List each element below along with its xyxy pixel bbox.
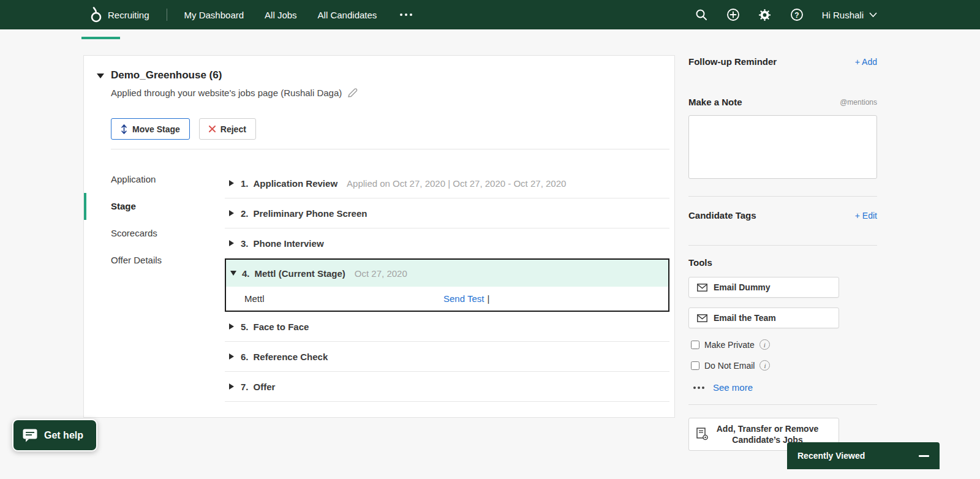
do-not-email-checkbox[interactable]: [691, 361, 699, 370]
email-team-button[interactable]: Email the Team: [688, 307, 839, 328]
test-name: Mettl: [244, 293, 265, 304]
top-nav: Recruiting My Dashboard All Jobs All Can…: [0, 0, 980, 29]
send-test-link[interactable]: Send Test: [443, 293, 484, 304]
chevron-right-icon: [229, 383, 234, 390]
chevron-right-icon: [229, 180, 234, 186]
move-stage-arrows-icon: [121, 124, 127, 134]
move-stage-label: Move Stage: [132, 124, 180, 134]
chevron-right-icon: [229, 240, 234, 246]
header-divider: [111, 149, 669, 149]
stage-number: 2.: [241, 208, 249, 219]
stage-row-reference-check[interactable]: 6. Reference Check: [225, 342, 669, 372]
chevron-right-icon: [229, 323, 234, 330]
stage-meta: Oct 27, 2020: [355, 268, 407, 279]
envelope-icon: [697, 314, 707, 322]
user-menu[interactable]: Hi Rushali: [822, 10, 877, 20]
minimize-icon[interactable]: [919, 455, 929, 457]
chevron-down-icon: [869, 12, 877, 17]
stage-name: Mettl (Current Stage): [255, 268, 345, 279]
reject-label: Reject: [221, 124, 246, 134]
followup-add-link[interactable]: + Add: [855, 57, 877, 67]
note-input[interactable]: [688, 115, 877, 179]
make-private-checkbox[interactable]: [691, 341, 699, 349]
candidate-tags-title: Candidate Tags: [688, 210, 756, 221]
chevron-right-icon: [229, 210, 234, 216]
stage-name: Offer: [254, 382, 276, 392]
followup-reminder-title: Follow-up Reminder: [688, 56, 777, 67]
stage-number: 4.: [242, 268, 250, 279]
nav-divider: [167, 9, 167, 21]
make-a-note-title: Make a Note: [688, 97, 742, 107]
nav-item-all-candidates[interactable]: All Candidates: [318, 10, 377, 20]
edit-pencil-icon[interactable]: [347, 88, 358, 98]
info-icon[interactable]: [760, 339, 770, 350]
tab-application[interactable]: Application: [84, 166, 206, 193]
stage-row-offer[interactable]: 7. Offer: [225, 372, 669, 402]
tools-title: Tools: [688, 257, 712, 268]
more-menu-icon[interactable]: [398, 10, 415, 20]
right-sidebar: Follow-up Reminder + Add Make a Note @me…: [688, 51, 877, 474]
email-team-label: Email the Team: [714, 313, 776, 323]
stage-row-preliminary-phone-screen[interactable]: 2. Preliminary Phone Screen: [225, 198, 669, 228]
svg-text:?: ?: [794, 11, 799, 20]
stage-row-face-to-face[interactable]: 5. Face to Face: [225, 312, 669, 342]
tags-edit-link[interactable]: + Edit: [855, 211, 877, 221]
get-help-button[interactable]: Get help: [12, 419, 97, 451]
nav-item-my-dashboard[interactable]: My Dashboard: [184, 10, 244, 20]
active-tab-indicator: [81, 37, 120, 39]
stage-name: Reference Check: [254, 352, 328, 362]
tab-scorecards[interactable]: Scorecards: [84, 220, 206, 247]
make-private-label: Make Private: [704, 340, 755, 350]
job-title: Demo_Greenhouse (6): [111, 69, 222, 81]
detail-tabs: Application Stage Scorecards Offer Detai…: [84, 166, 206, 274]
stage-number: 6.: [241, 352, 249, 362]
see-more-link[interactable]: See more: [713, 382, 753, 393]
recently-viewed-label: Recently Viewed: [797, 451, 865, 461]
stage-number: 7.: [241, 382, 249, 392]
stage-number: 1.: [241, 178, 249, 189]
sidebar-divider: [688, 404, 877, 405]
chevron-down-icon: [230, 271, 236, 276]
stage-name: Face to Face: [254, 322, 309, 332]
email-dummy-label: Email Dummy: [714, 282, 771, 292]
jobs-transfer-icon: [696, 428, 709, 441]
nav-item-all-jobs[interactable]: All Jobs: [265, 10, 297, 20]
brand[interactable]: Recruiting: [91, 7, 149, 23]
search-icon[interactable]: [695, 8, 708, 21]
mentions-hint: @mentions: [840, 98, 877, 107]
current-stage-block: 4. Mettl (Current Stage) Oct 27, 2020 Me…: [225, 258, 669, 312]
do-not-email-label: Do Not Email: [704, 361, 755, 371]
stage-row-mettl-current[interactable]: 4. Mettl (Current Stage) Oct 27, 2020: [226, 260, 668, 287]
collapse-caret-icon[interactable]: [97, 74, 104, 78]
brand-name: Recruiting: [108, 10, 149, 20]
current-stage-detail: Mettl Send Test |: [226, 287, 668, 311]
email-dummy-button[interactable]: Email Dummy: [688, 277, 839, 298]
envelope-icon: [697, 284, 707, 292]
job-source-text: Applied through your website's jobs page…: [111, 88, 342, 98]
move-stage-button[interactable]: Move Stage: [111, 118, 190, 140]
sidebar-divider: [688, 196, 877, 197]
tab-stage[interactable]: Stage: [84, 193, 206, 220]
separator: |: [487, 293, 489, 304]
stage-name: Application Review: [254, 178, 338, 189]
stage-number: 3.: [241, 238, 249, 249]
greenhouse-logo-icon: [91, 7, 102, 23]
add-icon[interactable]: [726, 8, 740, 21]
help-icon[interactable]: ?: [790, 8, 804, 21]
stage-name: Phone Interview: [254, 238, 324, 249]
tab-offer-details[interactable]: Offer Details: [84, 247, 206, 274]
stage-row-phone-interview[interactable]: 3. Phone Interview: [225, 228, 669, 258]
settings-gear-icon[interactable]: [758, 8, 772, 21]
get-help-label: Get help: [44, 430, 83, 441]
reject-button[interactable]: Reject: [199, 118, 256, 140]
stage-row-application-review[interactable]: 1. Application Review Applied on Oct 27,…: [225, 168, 669, 198]
ellipsis-icon: [693, 387, 704, 389]
stage-name: Preliminary Phone Screen: [254, 208, 368, 219]
user-greeting: Hi Rushali: [822, 10, 864, 20]
chevron-right-icon: [229, 353, 234, 360]
sidebar-divider: [688, 245, 877, 246]
chat-bubble-icon: [22, 428, 38, 443]
recently-viewed-bar[interactable]: Recently Viewed: [787, 442, 940, 469]
reject-x-icon: [209, 126, 216, 132]
info-icon[interactable]: [760, 360, 770, 371]
